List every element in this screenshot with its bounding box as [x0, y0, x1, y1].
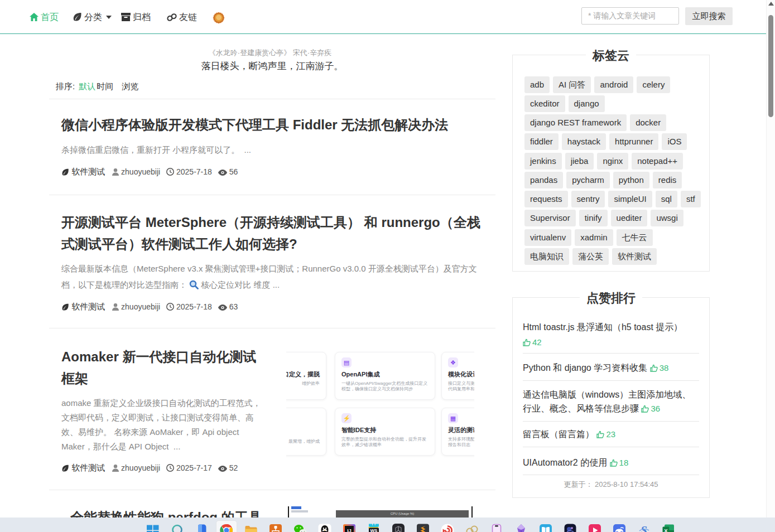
svg-text:IJ: IJ [347, 528, 352, 532]
svg-text:X: X [664, 528, 668, 532]
svg-text:WS: WS [370, 528, 378, 532]
svg-text:S: S [641, 524, 647, 532]
